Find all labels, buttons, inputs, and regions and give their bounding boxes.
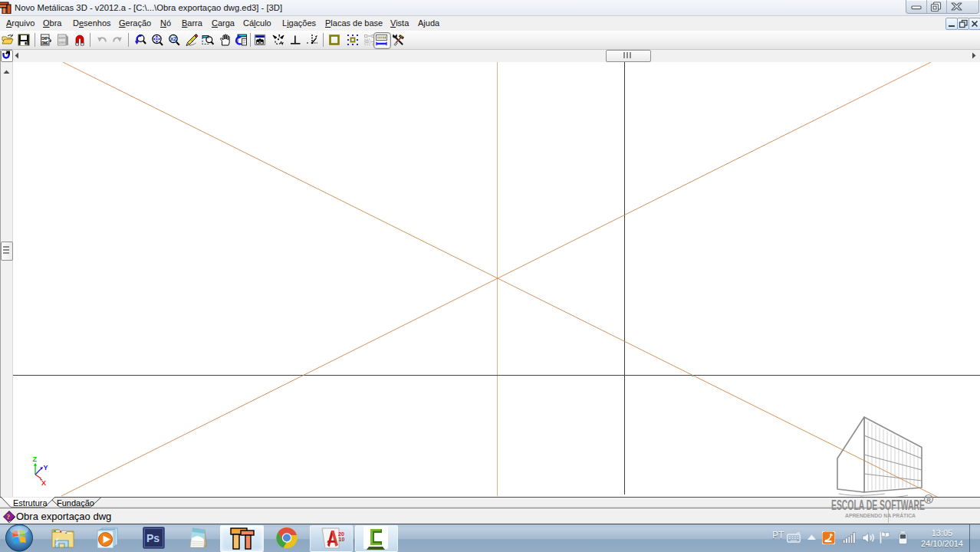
svg-text:20: 20 xyxy=(338,531,344,537)
svg-text:Z: Z xyxy=(33,455,38,463)
svg-text:Ps: Ps xyxy=(146,532,159,544)
svg-text:Estrutura: Estrutura xyxy=(13,498,48,508)
svg-text:10: 10 xyxy=(339,537,345,542)
svg-text:R: R xyxy=(926,497,931,504)
svg-text:DXF: DXF xyxy=(59,36,66,40)
svg-text:?: ? xyxy=(7,513,11,521)
svg-text:Fundação: Fundação xyxy=(57,498,94,508)
svg-text:DWG: DWG xyxy=(41,41,48,45)
svg-text:DWG: DWG xyxy=(59,41,67,44)
svg-text:ESCOLA DE SOFTWARE: ESCOLA DE SOFTWARE xyxy=(831,498,925,513)
svg-text:APRENDENDO NA PRÁTICA: APRENDENDO NA PRÁTICA xyxy=(845,512,916,519)
svg-text:X: X xyxy=(41,479,46,487)
svg-text:DXF: DXF xyxy=(41,37,48,41)
svg-text:x2: x2 xyxy=(170,36,176,41)
svg-text:Y: Y xyxy=(44,464,48,472)
